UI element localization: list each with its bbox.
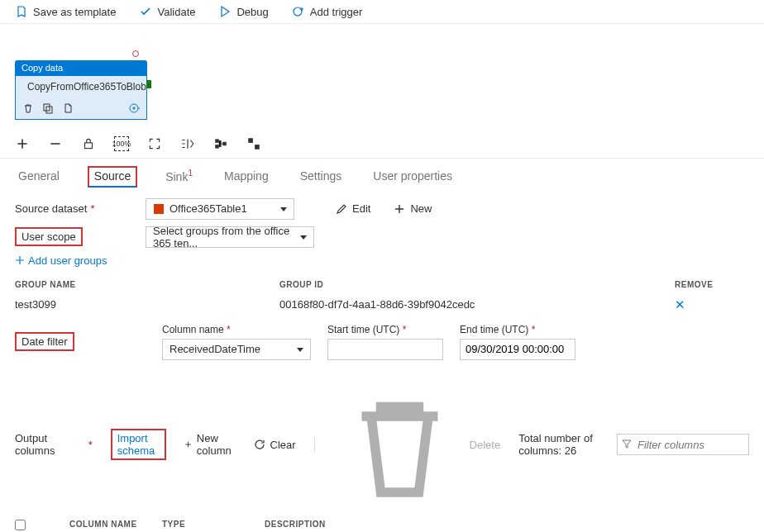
user-groups-table: GROUP NAME GROUP ID REMOVE test3099 0016… <box>15 277 749 317</box>
check-icon <box>139 5 152 18</box>
source-dataset-row: Source dataset * Office365Table1 Edit Ne… <box>15 198 749 220</box>
svg-rect-8 <box>215 139 219 143</box>
tab-general[interactable]: General <box>15 166 63 188</box>
user-scope-dropdown[interactable]: Select groups from the office 365 ten... <box>146 226 314 248</box>
lock-icon[interactable] <box>81 136 96 151</box>
tab-sink[interactable]: Sink1 <box>162 165 196 188</box>
new-label: New <box>410 202 432 215</box>
add-user-groups-button[interactable]: Add user groups <box>15 254 107 267</box>
layout-horizontal-icon[interactable] <box>213 136 228 151</box>
auto-align-icon[interactable] <box>180 136 195 151</box>
column-name-header: COLUMN NAME <box>69 520 162 532</box>
group-remove-header: REMOVE <box>675 280 749 289</box>
user-scope-label: User scope <box>15 227 146 246</box>
import-schema-button[interactable]: Import schema <box>111 429 166 460</box>
clone-activity-icon[interactable] <box>42 102 54 114</box>
new-column-button[interactable]: New column <box>184 432 236 457</box>
tab-user-properties[interactable]: User properties <box>370 166 456 188</box>
start-time-input[interactable] <box>327 339 443 360</box>
group-id-header: GROUP ID <box>279 280 675 289</box>
validate-button[interactable]: Validate <box>139 5 195 18</box>
svg-rect-12 <box>255 145 260 150</box>
start-time-label: Start time (UTC) * <box>327 324 443 335</box>
tab-mapping[interactable]: Mapping <box>221 166 272 188</box>
add-trigger-label: Add trigger <box>310 6 363 18</box>
filter-columns-input[interactable] <box>617 434 749 455</box>
end-time-label: End time (UTC) * <box>460 324 575 335</box>
trash-icon <box>333 378 466 511</box>
zoom-in-icon[interactable] <box>15 136 30 151</box>
column-name-value: ReceivedDateTime <box>170 343 260 355</box>
output-columns-toolbar: Output columns * Import schema New colum… <box>15 378 749 511</box>
save-as-template-label: Save as template <box>33 6 116 18</box>
pipeline-canvas[interactable]: Copy data CopyFromOffice365ToBlob <box>0 24 764 131</box>
tab-source[interactable]: Source <box>88 166 137 188</box>
column-name-label: Column name * <box>162 324 311 335</box>
delete-label: Delete <box>470 439 501 451</box>
svg-rect-7 <box>85 143 93 149</box>
output-columns-label: Output columns * <box>15 432 93 457</box>
source-dataset-value: Office365Table1 <box>170 202 247 215</box>
source-dataset-dropdown[interactable]: Office365Table1 <box>146 198 294 220</box>
plus-icon <box>15 255 25 265</box>
fit-screen-icon[interactable] <box>147 136 162 151</box>
delete-column-button: Delete <box>333 378 501 511</box>
delete-activity-icon[interactable] <box>22 102 34 114</box>
play-icon <box>218 5 232 18</box>
column-name-dropdown[interactable]: ReceivedDateTime <box>162 339 311 360</box>
clear-button[interactable]: Clear <box>254 439 296 451</box>
plus-icon <box>184 439 192 450</box>
group-id-value: 00168f80-df7d-4aa1-88d6-39bf9042cedc <box>279 298 675 311</box>
activity-type-label: Copy data <box>15 60 147 75</box>
plus-icon <box>394 203 405 215</box>
group-name-header: GROUP NAME <box>15 280 279 289</box>
validate-label: Validate <box>157 6 195 18</box>
copy-activity-icon[interactable] <box>62 102 74 114</box>
add-trigger-button[interactable]: Add trigger <box>292 5 363 18</box>
add-user-groups-label: Add user groups <box>28 254 107 267</box>
source-dataset-label: Source dataset * <box>15 202 146 215</box>
new-dataset-button[interactable]: New <box>394 202 432 215</box>
column-desc-header: DESCRIPTION <box>265 520 749 532</box>
success-connector-icon[interactable] <box>146 80 151 88</box>
edit-dataset-button[interactable]: Edit <box>336 202 370 215</box>
date-filter-row: Date filter Column name * ReceivedDateTi… <box>15 324 749 360</box>
pencil-icon <box>336 203 347 215</box>
group-name-value: test3099 <box>15 298 279 311</box>
output-columns-table: COLUMN NAME TYPE DESCRIPTION ≡ DateTime … <box>15 516 749 532</box>
activity-body: CopyFromOffice365ToBlob <box>15 75 147 120</box>
pipeline-toolbar: Save as template Validate Debug Add trig… <box>0 0 764 24</box>
date-filter-label: Date filter <box>15 332 146 351</box>
edit-label: Edit <box>352 202 370 215</box>
user-scope-row: User scope Select groups from the office… <box>15 226 749 248</box>
zoom-100-icon[interactable]: 100% <box>114 136 129 151</box>
source-panel: Source dataset * Office365Table1 Edit Ne… <box>0 188 764 532</box>
svg-rect-11 <box>248 138 253 143</box>
canvas-toolbar: 100% <box>0 131 764 159</box>
select-all-checkbox[interactable] <box>15 520 26 530</box>
group-remove-button[interactable]: ✕ <box>675 297 749 312</box>
column-type-header: TYPE <box>162 520 265 532</box>
column-name-section: Column name * ReceivedDateTime <box>162 324 311 360</box>
clear-label: Clear <box>270 439 296 451</box>
new-column-label: New column <box>197 432 236 457</box>
group-table-header: GROUP NAME GROUP ID REMOVE <box>15 277 749 292</box>
layout-vertical-icon[interactable] <box>246 136 261 151</box>
group-row: test3099 00168f80-df7d-4aa1-88d6-39bf904… <box>15 292 749 317</box>
expand-activity-icon[interactable] <box>128 102 140 114</box>
tab-settings[interactable]: Settings <box>297 166 346 188</box>
activity-name-text: CopyFromOffice365ToBlob <box>27 81 146 93</box>
refresh-icon <box>254 439 265 450</box>
activity-tabs: General Source Sink1 Mapping Settings Us… <box>0 159 764 188</box>
end-time-input[interactable] <box>460 339 575 360</box>
activity-name-row: CopyFromOffice365ToBlob <box>22 81 140 94</box>
zoom-out-icon[interactable] <box>48 136 63 151</box>
bookmark-icon <box>15 5 28 18</box>
filter-icon <box>621 438 633 449</box>
debug-button[interactable]: Debug <box>218 5 268 18</box>
total-columns-label: Total number of columns: 26 <box>518 432 599 457</box>
save-as-template-button[interactable]: Save as template <box>15 5 116 18</box>
copy-data-activity-card[interactable]: Copy data CopyFromOffice365ToBlob <box>15 60 147 120</box>
svg-rect-10 <box>222 142 227 146</box>
sink-error-badge: 1 <box>188 169 193 178</box>
